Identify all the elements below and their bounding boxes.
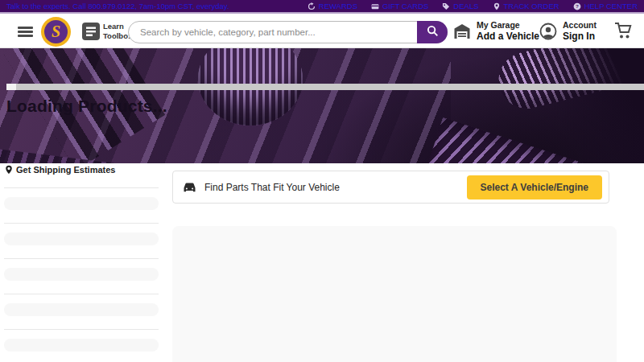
topbar-link-deals[interactable]: DEALS <box>442 2 478 10</box>
top-bar-links: REWARDS GIFT CARDS DEALS TRACK ORDER <box>308 2 638 10</box>
rewards-icon <box>308 2 316 10</box>
topbar-link-label: DEALS <box>453 2 478 10</box>
my-garage-button[interactable]: My Garage Add a Vehicle <box>453 20 539 42</box>
loading-progress-bar <box>6 84 644 90</box>
search-input[interactable] <box>128 21 448 43</box>
products-loading-skeleton <box>172 226 617 362</box>
vehicle-fit-card: Find Parts That Fit Your Vehicle Select … <box>172 171 609 204</box>
location-pin-icon <box>4 165 14 175</box>
account-action: Sign In <box>563 31 597 42</box>
search-bar <box>128 21 448 43</box>
topbar-link-gift-cards[interactable]: GIFT CARDS <box>371 2 428 10</box>
topbar-link-track-order[interactable]: TRACK ORDER <box>493 2 559 10</box>
account-icon <box>539 23 557 40</box>
account-text: Account Sign In <box>563 20 597 42</box>
select-vehicle-button[interactable]: Select A Vehicle/Engine <box>467 175 603 200</box>
location-pin-icon <box>493 2 501 10</box>
fit-prompt-label: Find Parts That Fit Your Vehicle <box>204 182 340 193</box>
sidebar-divider <box>4 329 159 330</box>
topbar-link-rewards[interactable]: REWARDS <box>308 2 357 10</box>
topbar-link-label: HELP CENTER <box>584 2 638 10</box>
sidebar-skeleton-row <box>4 339 159 352</box>
sidebar-divider <box>4 258 159 259</box>
search-icon <box>427 25 439 39</box>
account-title: Account <box>563 20 597 31</box>
sidebar-divider <box>4 223 159 224</box>
hero-banner: Loading Products... <box>0 48 644 163</box>
main-header: S Learn Toolbo: My Garage Add a Vehicle <box>0 15 644 48</box>
loading-products-text: Loading Products... <box>6 97 167 116</box>
page: Talk to the experts. Call 800.979.0122, … <box>0 0 644 362</box>
topbar-link-label: REWARDS <box>319 2 357 10</box>
loading-progress-fill <box>6 84 16 90</box>
garage-action: Add a Vehicle <box>477 31 539 42</box>
brand-logo[interactable]: S <box>41 17 71 47</box>
learn-toolbox-link[interactable]: Learn Toolbo: <box>103 22 130 41</box>
shipping-estimates-link[interactable]: Get Shipping Estimates <box>4 165 159 175</box>
topbar-link-label: GIFT CARDS <box>382 2 428 10</box>
learn-label: Learn <box>103 22 130 31</box>
menu-icon[interactable] <box>18 27 33 37</box>
garage-title: My Garage <box>477 20 539 31</box>
my-garage-text: My Garage Add a Vehicle <box>477 20 539 42</box>
account-button[interactable]: Account Sign In <box>539 20 597 42</box>
sidebar-skeleton-row <box>4 232 159 245</box>
search-button[interactable] <box>417 21 448 43</box>
garage-icon <box>453 23 471 40</box>
sidebar-skeleton-row <box>4 303 159 316</box>
filters-sidebar: Get Shipping Estimates <box>4 165 159 362</box>
top-utility-bar: Talk to the experts. Call 800.979.0122, … <box>0 0 644 14</box>
topbar-link-help-center[interactable]: ? HELP CENTER <box>573 2 638 10</box>
sidebar-skeleton-row <box>4 197 159 210</box>
sidebar-skeleton-row <box>4 268 159 281</box>
cart-icon <box>613 21 634 42</box>
help-icon: ? <box>573 2 581 10</box>
car-icon <box>182 179 197 195</box>
brand-logo-letter: S <box>44 20 68 43</box>
svg-text:?: ? <box>576 3 579 9</box>
gift-card-icon <box>371 2 379 10</box>
shipping-estimates-label: Get Shipping Estimates <box>16 165 115 175</box>
toolbox-icon[interactable] <box>82 23 100 40</box>
tag-icon <box>442 2 450 10</box>
phone-message-link[interactable]: Talk to the experts. Call 800.979.0122, … <box>6 2 229 10</box>
sidebar-divider <box>4 187 159 188</box>
topbar-link-label: TRACK ORDER <box>504 2 559 10</box>
sidebar-divider <box>4 294 159 294</box>
cart-button[interactable] <box>613 21 634 42</box>
toolbox-label: Toolbo: <box>103 31 130 41</box>
